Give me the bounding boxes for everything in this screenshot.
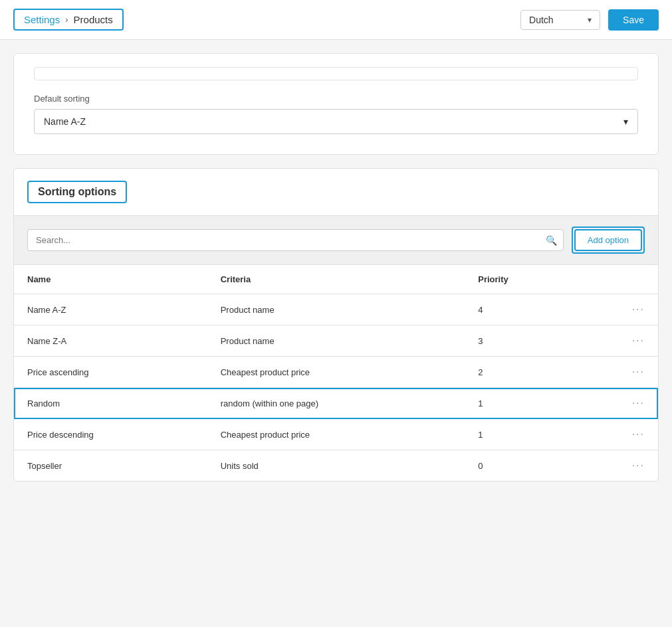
row-criteria: Units sold (207, 450, 465, 482)
row-actions[interactable]: ··· (594, 357, 658, 388)
breadcrumb-products[interactable]: Products (74, 14, 113, 25)
search-icon: 🔍 (546, 235, 557, 246)
breadcrumb-chevron-icon: › (65, 15, 68, 25)
row-priority: 4 (465, 294, 594, 325)
more-options-icon[interactable]: ··· (632, 460, 645, 471)
row-actions[interactable]: ··· (594, 419, 658, 450)
default-sorting-card: Default sorting Name A-Z ▾ (13, 53, 659, 155)
add-option-wrapper: Add option (572, 226, 645, 254)
column-header-criteria: Criteria (207, 265, 465, 294)
row-actions[interactable]: ··· (594, 325, 658, 357)
sorting-options-card: Sorting options 🔍 Add option Name Criter… (13, 168, 659, 482)
more-options-icon[interactable]: ··· (632, 428, 645, 440)
breadcrumb: Settings › Products (13, 9, 124, 31)
header-right: Dutch ▾ Save (520, 9, 659, 31)
more-options-icon[interactable]: ··· (632, 335, 645, 346)
table-row[interactable]: Name Z-AProduct name3··· (14, 325, 658, 357)
row-priority: 1 (465, 388, 594, 419)
row-priority: 2 (465, 357, 594, 388)
top-bar-decoration (34, 67, 638, 80)
table-row[interactable]: TopsellerUnits sold0··· (14, 450, 658, 482)
chevron-down-icon: ▾ (588, 15, 592, 25)
row-criteria: Product name (207, 325, 465, 357)
row-priority: 3 (465, 325, 594, 357)
sorting-table: Name Criteria Priority Name A-ZProduct n… (14, 265, 658, 481)
default-sorting-select[interactable]: Name A-Z ▾ (34, 109, 638, 134)
more-options-icon[interactable]: ··· (632, 304, 645, 315)
row-priority: 1 (465, 419, 594, 450)
more-options-icon[interactable]: ··· (632, 397, 645, 408)
row-name: Price ascending (14, 357, 207, 388)
main-content: Default sorting Name A-Z ▾ Sorting optio… (0, 40, 672, 508)
row-name: Name Z-A (14, 325, 207, 357)
table-header: Name Criteria Priority (14, 265, 658, 294)
save-button[interactable]: Save (608, 9, 659, 31)
add-option-button[interactable]: Add option (574, 229, 642, 251)
table-row[interactable]: Price descendingCheapest product price1·… (14, 419, 658, 450)
row-actions[interactable]: ··· (594, 294, 658, 325)
language-selector[interactable]: Dutch ▾ (520, 10, 600, 30)
default-sorting-value: Name A-Z (44, 116, 86, 127)
row-criteria: random (within one page) (207, 388, 465, 419)
table-row[interactable]: Randomrandom (within one page)1··· (14, 388, 658, 419)
row-criteria: Cheapest product price (207, 357, 465, 388)
sorting-options-header: Sorting options (14, 169, 658, 216)
search-input-wrapper: 🔍 (27, 229, 564, 251)
table-body: Name A-ZProduct name4···Name Z-AProduct … (14, 294, 658, 482)
breadcrumb-settings[interactable]: Settings (24, 14, 60, 25)
row-priority: 0 (465, 450, 594, 482)
row-name: Random (14, 388, 207, 419)
language-label: Dutch (529, 15, 554, 25)
default-sorting-label: Default sorting (34, 94, 638, 104)
column-header-name: Name (14, 265, 207, 294)
row-name: Name A-Z (14, 294, 207, 325)
header: Settings › Products Dutch ▾ Save (0, 0, 672, 40)
more-options-icon[interactable]: ··· (632, 366, 645, 377)
sorting-options-title: Sorting options (27, 181, 127, 203)
search-input[interactable] (27, 229, 564, 251)
sorting-chevron-icon: ▾ (623, 116, 628, 127)
column-header-priority: Priority (465, 265, 594, 294)
row-actions[interactable]: ··· (594, 388, 658, 419)
row-name: Price descending (14, 419, 207, 450)
table-row[interactable]: Name A-ZProduct name4··· (14, 294, 658, 325)
table-row[interactable]: Price ascendingCheapest product price2··… (14, 357, 658, 388)
row-actions[interactable]: ··· (594, 450, 658, 482)
row-criteria: Cheapest product price (207, 419, 465, 450)
row-criteria: Product name (207, 294, 465, 325)
column-header-actions (594, 265, 658, 294)
search-toolbar: 🔍 Add option (14, 216, 658, 265)
row-name: Topseller (14, 450, 207, 482)
